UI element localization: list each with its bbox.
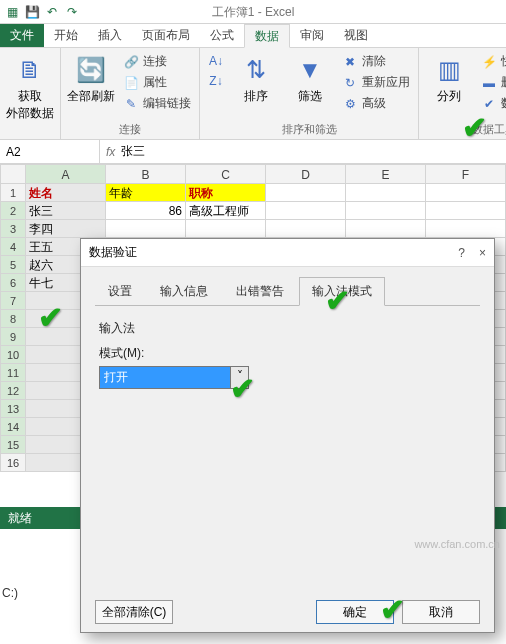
rowhead[interactable]: 6 [0, 274, 26, 292]
rowhead[interactable]: 10 [0, 346, 26, 364]
section-label: 输入法 [99, 320, 476, 337]
rowhead[interactable]: 3 [0, 220, 26, 238]
save-icon[interactable]: 💾 [24, 4, 40, 20]
clear-icon: ✖ [342, 54, 358, 70]
rowhead[interactable]: 1 [0, 184, 26, 202]
rowhead[interactable]: 11 [0, 364, 26, 382]
tab-file[interactable]: 文件 [0, 24, 44, 47]
chevron-down-icon: ˅ [231, 366, 249, 389]
cell[interactable]: 张三 [26, 202, 106, 220]
cell[interactable]: 李四 [26, 220, 106, 238]
reapply-button[interactable]: ↻重新应用 [340, 73, 412, 92]
dialog-tab-input[interactable]: 输入信息 [147, 277, 221, 305]
rowhead[interactable]: 15 [0, 436, 26, 454]
cell[interactable] [266, 220, 346, 238]
rowhead[interactable]: 16 [0, 454, 26, 472]
cell[interactable] [346, 184, 426, 202]
rowhead[interactable]: 12 [0, 382, 26, 400]
window-title: 工作簿1 - Excel [212, 4, 295, 21]
colhead-A[interactable]: A [26, 164, 106, 184]
rowhead[interactable]: 5 [0, 256, 26, 274]
rowhead[interactable]: 9 [0, 328, 26, 346]
dialog-tabs: 设置 输入信息 出错警告 输入法模式 [95, 277, 480, 306]
rowhead[interactable]: 14 [0, 418, 26, 436]
colhead-D[interactable]: D [266, 164, 346, 184]
ribbon: 🗎 获取 外部数据 🔄 全部刷新 🔗连接 📄属性 ✎编辑链接 连接 A↓ Z↓ [0, 48, 506, 140]
dialog-tab-error[interactable]: 出错警告 [223, 277, 297, 305]
group-external: 🗎 获取 外部数据 [0, 48, 61, 139]
remove-duplicates-button[interactable]: ▬删除重复项 [479, 73, 506, 92]
rowhead[interactable]: 4 [0, 238, 26, 256]
cell[interactable] [346, 202, 426, 220]
group-data-tools: ▥ 分列 ⚡快速填充 ▬删除重复项 ✔数据验证 数据工具 [419, 48, 506, 139]
sort-asc-button[interactable]: A↓ [206, 52, 226, 70]
tab-review[interactable]: 审阅 [290, 24, 334, 47]
cell[interactable]: 职称 [186, 184, 266, 202]
validation-icon: ✔ [481, 96, 497, 112]
dialog-help-button[interactable]: ? [458, 246, 465, 260]
cell[interactable]: 年龄 [106, 184, 186, 202]
properties-button[interactable]: 📄属性 [121, 73, 193, 92]
mode-select[interactable]: 打开 ˅ [99, 366, 249, 389]
data-validation-button[interactable]: ✔数据验证 [479, 94, 506, 113]
edit-links-button[interactable]: ✎编辑链接 [121, 94, 193, 113]
cell[interactable] [186, 220, 266, 238]
cell[interactable] [426, 202, 506, 220]
fx-icon[interactable]: fx [106, 145, 115, 159]
ok-button[interactable]: 确定 [316, 600, 394, 624]
connections-button[interactable]: 🔗连接 [121, 52, 193, 71]
dialog-close-button[interactable]: × [479, 246, 486, 260]
dialog-tab-settings[interactable]: 设置 [95, 277, 145, 305]
cell[interactable] [266, 184, 346, 202]
group-connections: 🔄 全部刷新 🔗连接 📄属性 ✎编辑链接 连接 [61, 48, 200, 139]
colhead-E[interactable]: E [346, 164, 426, 184]
cell[interactable] [266, 202, 346, 220]
properties-icon: 📄 [123, 75, 139, 91]
row-headers: 1 2 3 4 5 6 7 8 9 10 11 12 13 14 15 16 [0, 184, 26, 472]
tab-home[interactable]: 开始 [44, 24, 88, 47]
cancel-button[interactable]: 取消 [402, 600, 480, 624]
flash-fill-button[interactable]: ⚡快速填充 [479, 52, 506, 71]
tab-data[interactable]: 数据 [244, 24, 290, 48]
tab-layout[interactable]: 页面布局 [132, 24, 200, 47]
cell[interactable]: 高级工程师 [186, 202, 266, 220]
cell[interactable] [106, 220, 186, 238]
dialog-tab-ime[interactable]: 输入法模式 [299, 277, 385, 306]
get-external-data-button[interactable]: 🗎 获取 外部数据 [6, 52, 54, 122]
tab-view[interactable]: 视图 [334, 24, 378, 47]
clear-all-button[interactable]: 全部清除(C) [95, 600, 173, 624]
tab-insert[interactable]: 插入 [88, 24, 132, 47]
dedup-icon: ▬ [481, 75, 497, 91]
rowhead[interactable]: 2 [0, 202, 26, 220]
rowhead[interactable]: 7 [0, 292, 26, 310]
name-box[interactable]: A2 [0, 140, 100, 163]
sort-asc-icon: A↓ [208, 53, 224, 69]
colhead-F[interactable]: F [426, 164, 506, 184]
cell[interactable] [426, 220, 506, 238]
cell[interactable]: 86 [106, 202, 186, 220]
ribbon-tabs: 文件 开始 插入 页面布局 公式 数据 审阅 视图 [0, 24, 506, 48]
cell[interactable]: 姓名 [26, 184, 106, 202]
filter-button[interactable]: ▼ 筛选 [286, 52, 334, 105]
group-sort-label: 排序和筛选 [206, 120, 412, 137]
tab-formula[interactable]: 公式 [200, 24, 244, 47]
undo-icon[interactable]: ↶ [44, 4, 60, 20]
advanced-filter-button[interactable]: ⚙高级 [340, 94, 412, 113]
rowhead[interactable]: 13 [0, 400, 26, 418]
data-validation-dialog: 数据验证 ? × 设置 输入信息 出错警告 输入法模式 输入法 模式(M): 打… [80, 238, 495, 633]
colhead-C[interactable]: C [186, 164, 266, 184]
select-all-corner[interactable] [0, 164, 26, 184]
formula-input[interactable]: 张三 [121, 143, 145, 160]
rowhead[interactable]: 8 [0, 310, 26, 328]
cell[interactable] [426, 184, 506, 202]
sort-desc-icon: Z↓ [208, 73, 224, 89]
refresh-all-button[interactable]: 🔄 全部刷新 [67, 52, 115, 105]
colhead-B[interactable]: B [106, 164, 186, 184]
clear-filter-button[interactable]: ✖清除 [340, 52, 412, 71]
redo-icon[interactable]: ↷ [64, 4, 80, 20]
text-to-columns-button[interactable]: ▥ 分列 [425, 52, 473, 105]
sort-desc-button[interactable]: Z↓ [206, 72, 226, 90]
cell[interactable] [346, 220, 426, 238]
sort-button[interactable]: ⇅ 排序 [232, 52, 280, 105]
quick-access-toolbar: ▦ 💾 ↶ ↷ 工作簿1 - Excel [0, 0, 506, 24]
